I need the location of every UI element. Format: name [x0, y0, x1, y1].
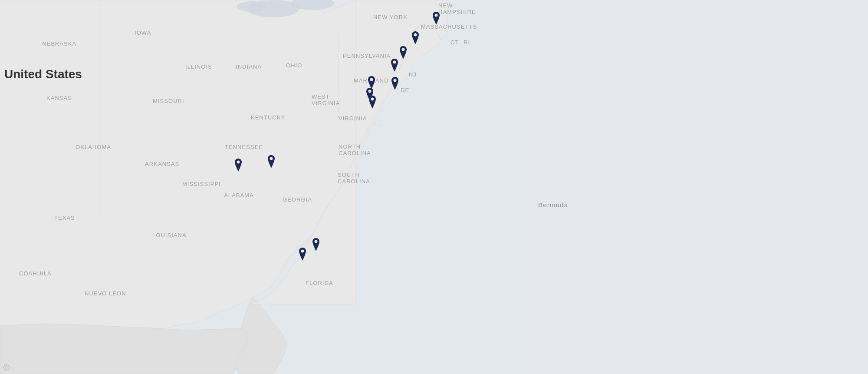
svg-point-18 [315, 240, 318, 243]
pin-va2[interactable] [367, 96, 378, 109]
svg-point-11 [370, 78, 373, 81]
svg-point-14 [371, 98, 374, 101]
pin-fl1[interactable] [297, 248, 308, 261]
pin-md2[interactable] [390, 77, 400, 90]
pin-nj-de[interactable] [389, 59, 400, 72]
pin-pa[interactable] [398, 46, 408, 59]
svg-point-15 [237, 161, 240, 164]
pin-al2[interactable] [266, 155, 276, 168]
pin-fl2[interactable] [311, 238, 321, 251]
map-svg [0, 0, 868, 374]
pin-al1[interactable] [233, 159, 243, 172]
map-attribution: © [3, 364, 12, 371]
svg-point-10 [393, 61, 396, 64]
svg-point-16 [270, 157, 273, 160]
copyright-icon: © [3, 364, 10, 371]
svg-point-3 [237, 1, 267, 12]
map-container: United States NEBRASKAIOWAILLINOISINDIAN… [0, 0, 868, 374]
svg-point-12 [394, 79, 397, 82]
pin-nyc[interactable] [410, 31, 421, 44]
svg-point-8 [414, 33, 417, 36]
svg-point-7 [435, 14, 438, 17]
svg-point-13 [368, 90, 372, 93]
pin-md1[interactable] [366, 76, 377, 89]
pin-ma[interactable] [431, 12, 441, 25]
svg-point-17 [301, 250, 304, 253]
svg-point-9 [402, 48, 405, 51]
